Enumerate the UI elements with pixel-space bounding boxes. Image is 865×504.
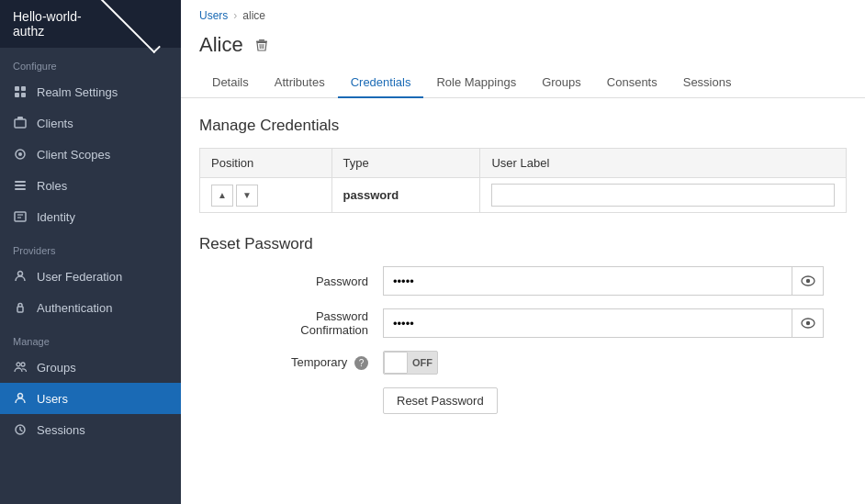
trash-icon <box>254 38 269 52</box>
svg-rect-19 <box>259 39 264 41</box>
page-title: Alice <box>199 33 243 57</box>
sidebar-item-client-scopes[interactable]: Client Scopes <box>0 139 181 170</box>
sidebar-item-roles[interactable]: Roles <box>0 170 181 201</box>
svg-rect-0 <box>15 86 19 91</box>
svg-rect-7 <box>15 181 26 183</box>
groups-icon <box>13 360 28 375</box>
sidebar-item-authentication[interactable]: Authentication <box>0 292 181 323</box>
reset-password-title: Reset Password <box>199 235 847 253</box>
svg-rect-1 <box>21 86 26 91</box>
eye-confirm-icon <box>801 318 815 329</box>
credentials-content: Manage Credentials Position Type User La… <box>181 98 865 504</box>
password-confirmation-row: PasswordConfirmation <box>199 308 847 338</box>
sidebar: Hello-world-authz Configure Realm Settin… <box>0 0 181 504</box>
page-title-row: Alice <box>181 22 865 57</box>
sidebar-item-authentication-label: Authentication <box>37 301 112 315</box>
tab-credentials[interactable]: Credentials <box>338 68 424 98</box>
svg-point-15 <box>17 363 20 366</box>
svg-rect-3 <box>21 93 26 97</box>
sidebar-item-users[interactable]: Users <box>0 383 181 414</box>
svg-rect-2 <box>15 93 19 97</box>
svg-point-6 <box>18 152 22 156</box>
credential-type: password <box>343 188 399 202</box>
sidebar-item-groups-label: Groups <box>37 361 76 375</box>
toggle-state-label: OFF <box>412 357 432 368</box>
breadcrumb-users-link[interactable]: Users <box>199 9 228 22</box>
password-confirmation-label: PasswordConfirmation <box>199 309 383 337</box>
breadcrumb: Users › alice <box>181 0 865 22</box>
svg-rect-20 <box>256 41 267 43</box>
col-position: Position <box>200 149 332 178</box>
type-cell: password <box>331 178 480 213</box>
col-type: Type <box>331 149 480 178</box>
delete-user-button[interactable] <box>253 36 271 54</box>
reset-button-row: Reset Password <box>199 387 847 414</box>
tabs: Details Attributes Credentials Role Mapp… <box>181 57 865 98</box>
svg-point-16 <box>21 363 25 366</box>
password-toggle-visibility-button[interactable] <box>792 266 824 296</box>
sidebar-item-realm-settings[interactable]: Realm Settings <box>0 76 181 107</box>
tab-details[interactable]: Details <box>199 68 262 98</box>
password-input[interactable] <box>383 266 792 296</box>
password-input-wrap <box>383 266 824 296</box>
position-controls: ▲ ▼ <box>211 185 320 207</box>
sidebar-item-identity[interactable]: Identity <box>0 201 181 232</box>
user-label-input[interactable] <box>491 184 835 207</box>
sidebar-item-client-scopes-label: Client Scopes <box>37 148 110 162</box>
tab-attributes[interactable]: Attributes <box>262 68 338 98</box>
identity-icon <box>13 209 28 224</box>
temporary-label: Temporary ? <box>199 355 383 370</box>
sidebar-item-sessions-label: Sessions <box>37 423 85 437</box>
sidebar-item-clients-label: Clients <box>37 117 73 130</box>
tab-role-mappings[interactable]: Role Mappings <box>423 68 529 98</box>
realm-header[interactable]: Hello-world-authz <box>0 0 181 48</box>
svg-point-13 <box>18 272 23 276</box>
password-label: Password <box>199 274 383 288</box>
roles-icon <box>13 178 28 193</box>
client-scopes-icon <box>13 147 28 162</box>
sidebar-item-groups[interactable]: Groups <box>0 352 181 383</box>
sidebar-item-realm-settings-label: Realm Settings <box>37 85 118 99</box>
password-confirmation-toggle-visibility-button[interactable] <box>792 308 824 338</box>
breadcrumb-separator: › <box>233 9 237 22</box>
credentials-table: Position Type User Label ▲ ▼ password <box>199 148 847 213</box>
svg-point-17 <box>18 394 23 398</box>
tab-sessions[interactable]: Sessions <box>670 68 745 98</box>
svg-point-25 <box>805 279 809 283</box>
eye-icon <box>801 275 815 286</box>
sidebar-item-clients[interactable]: Clients <box>0 107 181 139</box>
svg-rect-9 <box>15 188 26 190</box>
user-label-cell <box>480 178 847 213</box>
svg-rect-4 <box>15 119 26 128</box>
breadcrumb-current: alice <box>242 9 265 22</box>
toggle-wrap: OFF <box>383 351 438 375</box>
users-icon <box>13 391 28 406</box>
sidebar-item-user-federation[interactable]: User Federation <box>0 261 181 292</box>
password-confirmation-input[interactable] <box>383 308 792 338</box>
realm-settings-icon <box>13 84 28 99</box>
table-row: ▲ ▼ password <box>200 178 847 213</box>
providers-section-label: Providers <box>0 232 181 261</box>
sidebar-item-identity-label: Identity <box>37 210 75 224</box>
tab-groups[interactable]: Groups <box>529 68 594 98</box>
tab-consents[interactable]: Consents <box>594 68 670 98</box>
temporary-row: Temporary ? OFF <box>199 351 847 375</box>
manage-credentials-title: Manage Credentials <box>199 117 847 135</box>
user-federation-icon <box>13 269 28 284</box>
temporary-toggle[interactable]: OFF <box>383 351 438 375</box>
temporary-help-icon: ? <box>354 356 368 370</box>
sessions-icon <box>13 422 28 437</box>
sidebar-item-user-federation-label: User Federation <box>37 270 122 284</box>
position-up-button[interactable]: ▲ <box>211 185 233 207</box>
position-down-button[interactable]: ▼ <box>236 185 258 207</box>
svg-point-27 <box>805 321 809 325</box>
position-cell: ▲ ▼ <box>200 178 332 213</box>
sidebar-item-users-label: Users <box>37 392 68 406</box>
reset-password-button[interactable]: Reset Password <box>383 387 498 414</box>
manage-section-label: Manage <box>0 323 181 352</box>
realm-chevron-icon <box>97 0 160 53</box>
password-row: Password <box>199 266 847 296</box>
col-user-label: User Label <box>480 149 847 178</box>
sidebar-item-sessions[interactable]: Sessions <box>0 414 181 445</box>
sidebar-item-roles-label: Roles <box>37 179 67 193</box>
